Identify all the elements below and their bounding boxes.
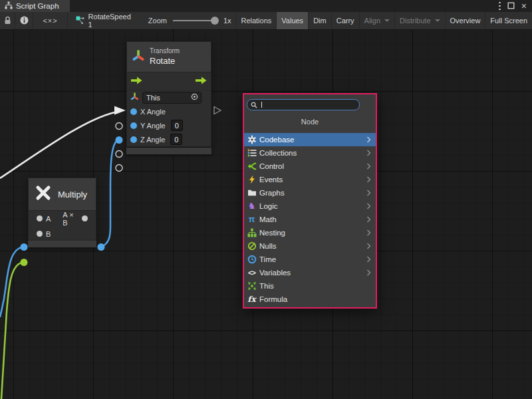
- toolbar-button-relations[interactable]: Relations: [235, 12, 276, 29]
- node-multiply[interactable]: Multiply A A × B B: [28, 178, 96, 242]
- toolbar-button-dim[interactable]: Dim: [308, 12, 331, 29]
- window-tab-bar: Script Graph ×: [0, 0, 532, 12]
- node-transform-rotate[interactable]: Transform Rotate This X Angle Y Angle 0: [126, 41, 211, 147]
- finder-item-label: Codebase: [259, 136, 294, 144]
- pi-icon: π: [247, 215, 257, 224]
- null-icon: [247, 241, 257, 251]
- graph-reference[interactable]: RotateSpeed 1: [68, 12, 138, 29]
- chevron-right-icon: [366, 163, 371, 170]
- lightning-icon: [247, 175, 257, 184]
- finder-item-collections[interactable]: Collections: [244, 146, 376, 160]
- chevron-right-icon: [366, 203, 371, 209]
- knight-icon: ♞: [247, 201, 257, 211]
- finder-item-label: Logic: [259, 202, 278, 210]
- code-view-button[interactable]: <×>: [33, 12, 67, 29]
- port-row-y-angle: Y Angle 0: [127, 118, 211, 132]
- brackets-icon: <>: [247, 268, 257, 277]
- info-button[interactable]: [15, 12, 33, 29]
- finder-item-label: Math: [259, 215, 277, 223]
- lock-button[interactable]: [0, 12, 15, 29]
- flow-input-arrow-icon[interactable]: [131, 75, 142, 87]
- finder-item-codebase[interactable]: Codebase: [244, 133, 376, 146]
- finder-item-label: Collections: [259, 149, 297, 157]
- finder-item-logic[interactable]: ♞Logic: [244, 200, 376, 213]
- graph-toolbar: <×> RotateSpeed 1 Zoom 1x Relations Valu…: [0, 12, 532, 30]
- port-row-z-angle: Z Angle 0: [127, 132, 211, 146]
- reference-label: RotateSpeed 1: [88, 13, 131, 29]
- script-machine-icon: [76, 16, 84, 26]
- chevron-right-icon: [366, 150, 371, 156]
- finder-item-graphs[interactable]: Graphs: [244, 186, 376, 200]
- chevron-right-icon: [366, 243, 371, 249]
- y-angle-input[interactable]: 0: [171, 120, 183, 131]
- node-footer: [28, 241, 96, 247]
- search-icon: [251, 99, 257, 111]
- finder-item-formula[interactable]: fxFormula: [244, 293, 376, 306]
- port-row-x-angle: X Angle: [127, 104, 211, 118]
- port-row-a: A A × B: [29, 211, 96, 226]
- node-category: Transform: [150, 47, 180, 56]
- zoom-slider[interactable]: [173, 20, 217, 21]
- graph-icon: [5, 1, 13, 11]
- chevron-right-icon: [366, 176, 371, 183]
- chevron-right-icon: [366, 256, 371, 263]
- finder-item-label: Nesting: [259, 229, 285, 237]
- toolbar-button-values[interactable]: Values: [276, 12, 308, 29]
- finder-item-label: Time: [259, 255, 276, 263]
- finder-item-label: Control: [259, 162, 284, 170]
- folder-icon: [247, 188, 257, 198]
- finder-item-nesting[interactable]: Nesting: [244, 226, 376, 239]
- value-port-icon[interactable]: [130, 122, 137, 129]
- chevron-right-icon: [366, 269, 371, 276]
- close-icon[interactable]: ×: [521, 1, 527, 11]
- zoom-label: Zoom: [148, 17, 167, 25]
- clock-icon: [247, 255, 257, 264]
- finder-item-control[interactable]: Control: [244, 160, 376, 173]
- toolbar-button-fullscreen[interactable]: Full Screen: [485, 12, 532, 29]
- z-angle-input[interactable]: 0: [170, 134, 182, 145]
- finder-item-label: This: [259, 282, 274, 290]
- fx-icon: fx: [247, 295, 257, 304]
- chevron-right-icon: [366, 190, 371, 196]
- self-icon: [247, 281, 257, 291]
- object-picker-icon[interactable]: [191, 93, 198, 102]
- value-port-icon[interactable]: [130, 108, 137, 115]
- toolbar-button-distribute[interactable]: Distribute: [394, 12, 444, 29]
- transform-icon: [132, 49, 145, 65]
- lock-icon: [4, 16, 11, 26]
- window-menu-icon[interactable]: [499, 2, 501, 11]
- multiply-icon: [35, 184, 52, 204]
- node-title: Rotate: [150, 56, 180, 66]
- text-cursor: [261, 102, 262, 108]
- value-port-icon[interactable]: [37, 215, 43, 221]
- value-port-icon[interactable]: [37, 231, 43, 237]
- toolbar-button-carry[interactable]: Carry: [331, 12, 359, 29]
- value-port-icon[interactable]: [130, 136, 137, 143]
- tab-script-graph[interactable]: Script Graph: [0, 0, 70, 12]
- hierarchy-icon: [247, 228, 257, 237]
- zoom-level: 1x: [223, 17, 231, 25]
- chevron-right-icon: [366, 136, 371, 143]
- finder-list: CodebaseCollectionsControlEventsGraphs♞L…: [244, 133, 376, 306]
- finder-item-time[interactable]: Time: [244, 253, 376, 266]
- finder-item-nulls[interactable]: Nulls: [244, 239, 376, 253]
- target-object-field[interactable]: This: [142, 92, 201, 104]
- finder-item-math[interactable]: πMath: [244, 213, 376, 226]
- maximize-icon[interactable]: [507, 0, 515, 12]
- finder-item-label: Variables: [259, 269, 291, 277]
- finder-item-this[interactable]: This: [244, 279, 376, 293]
- zoom-slider-handle[interactable]: [211, 17, 219, 25]
- finder-item-label: Graphs: [259, 189, 285, 197]
- finder-header: Node: [244, 118, 376, 126]
- toolbar-button-align[interactable]: Align: [359, 12, 394, 29]
- finder-item-variables[interactable]: <>Variables: [244, 266, 376, 279]
- finder-item-label: Formula: [259, 295, 287, 303]
- tab-title: Script Graph: [16, 2, 59, 10]
- output-port-icon[interactable]: [82, 215, 88, 221]
- flow-output-arrow-icon[interactable]: [196, 75, 207, 87]
- node-title: Multiply: [58, 190, 87, 200]
- port-row-target: This: [127, 90, 211, 104]
- toolbar-button-overview[interactable]: Overview: [445, 12, 485, 29]
- finder-item-events[interactable]: Events: [244, 173, 376, 186]
- search-input[interactable]: [247, 99, 360, 110]
